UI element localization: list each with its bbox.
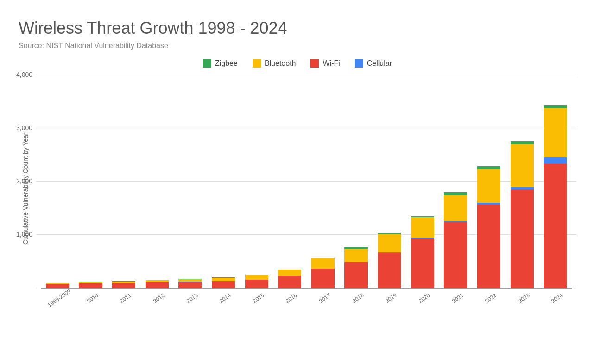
legend-color xyxy=(310,59,319,68)
bar-stack xyxy=(245,275,268,288)
bar-group xyxy=(472,75,506,288)
bar-group xyxy=(273,75,306,288)
bar-stack xyxy=(212,277,235,288)
bar-group xyxy=(306,75,340,288)
bar-stack xyxy=(378,233,401,288)
legend-color xyxy=(253,59,261,68)
x-tick-label: 2020 xyxy=(409,286,440,310)
bar-segment-cellular xyxy=(544,157,567,164)
bar-stack xyxy=(112,281,135,288)
y-tick-label: 2,000 xyxy=(16,177,36,185)
x-tick-label: 2024 xyxy=(542,286,573,310)
x-tick-label: 2018 xyxy=(342,286,373,310)
bar-group xyxy=(439,75,473,288)
y-tick-label: 3,000 xyxy=(16,124,36,132)
bar-segment-wifi xyxy=(344,262,367,288)
bar-segment-zigbee xyxy=(511,141,534,144)
x-tick-label: 2021 xyxy=(442,286,473,310)
bar-segment-wifi xyxy=(411,238,434,288)
x-tick-label: 2019 xyxy=(376,286,407,310)
bar-segment-wifi xyxy=(178,282,202,289)
x-tick-label: 2013 xyxy=(177,286,208,310)
bar-stack xyxy=(146,280,169,288)
bar-group xyxy=(140,75,174,288)
bar-segment-wifi xyxy=(146,282,169,288)
bar-segment-bluetooth xyxy=(411,217,434,238)
bar-segment-bluetooth xyxy=(311,258,335,269)
bar-group xyxy=(538,75,572,288)
chart-area: Cumulative Vulnerability Count by Year 1… xyxy=(19,75,576,302)
x-axis: 1998-20092010201120122013201420152016201… xyxy=(36,289,576,302)
bar-segment-wifi xyxy=(112,283,135,288)
x-tick-label: 2016 xyxy=(276,286,307,310)
bar-segment-bluetooth xyxy=(378,234,401,252)
bar-segment-zigbee xyxy=(444,192,467,195)
bar-segment-wifi xyxy=(444,222,467,288)
x-tick-label: 2015 xyxy=(243,286,274,310)
x-tick-label: 2022 xyxy=(475,286,506,310)
bar-segment-bluetooth xyxy=(344,249,367,262)
legend-item-bluetooth: Bluetooth xyxy=(253,59,296,68)
y-tick-label: 4,000 xyxy=(16,71,36,78)
bar-segment-wifi xyxy=(378,253,401,289)
bar-segment-bluetooth xyxy=(212,278,235,281)
bar-stack xyxy=(344,247,367,288)
bar-group xyxy=(74,75,108,288)
x-tick-label: 2014 xyxy=(210,286,241,310)
bar-segment-bluetooth xyxy=(278,270,301,275)
legend-item-cellular: Cellular xyxy=(355,59,392,68)
bar-segment-wifi xyxy=(544,164,567,288)
bar-stack xyxy=(79,282,102,288)
bar-segment-wifi xyxy=(311,269,335,288)
bar-segment-bluetooth xyxy=(544,108,567,157)
bar-segment-wifi xyxy=(79,283,102,288)
legend-color xyxy=(203,59,211,68)
legend-label: Wi-Fi xyxy=(323,59,340,68)
bar-segment-bluetooth xyxy=(444,195,467,221)
bar-segment-zigbee xyxy=(544,105,567,108)
bar-stack xyxy=(544,105,567,288)
x-tick-label: 2017 xyxy=(309,286,340,310)
bar-group xyxy=(373,75,406,288)
x-tick-label: 2010 xyxy=(77,286,108,310)
bar-stack xyxy=(444,192,467,288)
bar-stack xyxy=(278,270,301,288)
bar-group xyxy=(506,75,539,288)
y-tick-label: 1,000 xyxy=(16,231,36,238)
bar-stack xyxy=(46,283,69,288)
chart-subtitle: Source: NIST National Vulnerability Data… xyxy=(19,42,576,50)
chart-title: Wireless Threat Growth 1998 - 2024 xyxy=(19,19,576,38)
bar-group xyxy=(174,75,207,288)
legend-color xyxy=(355,59,363,68)
x-tick-label: 2012 xyxy=(143,286,174,310)
bar-stack xyxy=(178,279,202,288)
bar-segment-zigbee xyxy=(477,166,500,169)
bar-segment-bluetooth xyxy=(511,144,534,187)
legend-label: Cellular xyxy=(367,59,392,68)
bar-stack xyxy=(477,166,500,288)
bar-group xyxy=(406,75,439,288)
bar-stack xyxy=(511,141,534,288)
bar-segment-bluetooth xyxy=(245,275,268,280)
bar-stack xyxy=(311,258,335,288)
bar-segment-wifi xyxy=(46,284,69,288)
chart-container: Wireless Threat Growth 1998 - 2024 Sourc… xyxy=(0,0,595,364)
grid-and-bars: 1,0002,0003,0004,000 xyxy=(36,75,576,288)
bar-segment-wifi xyxy=(245,280,268,288)
bar-group xyxy=(207,75,240,288)
bar-group xyxy=(107,75,140,288)
bar-stack xyxy=(411,216,434,288)
bar-segment-wifi xyxy=(212,281,235,288)
chart-inner: 1,0002,0003,0004,000 1998-20092010201120… xyxy=(36,75,576,302)
bar-segment-wifi xyxy=(477,205,500,288)
legend-item-wi-fi: Wi-Fi xyxy=(310,59,340,68)
bar-segment-wifi xyxy=(511,189,534,288)
x-tick-label: 2023 xyxy=(508,286,539,310)
x-tick-label: 2011 xyxy=(110,286,141,310)
bar-group xyxy=(340,75,373,288)
bar-group xyxy=(41,75,74,288)
legend-label: Zigbee xyxy=(215,59,238,68)
x-tick-label: 1998-2009 xyxy=(44,286,75,310)
bar-segment-wifi xyxy=(278,276,301,288)
chart-legend: ZigbeeBluetoothWi-FiCellular xyxy=(19,59,576,68)
